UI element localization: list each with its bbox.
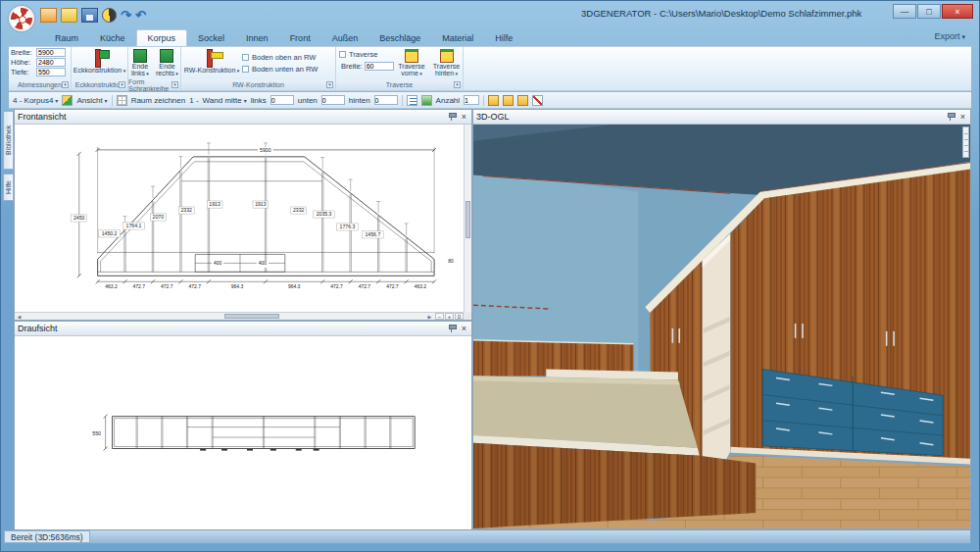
dim-label: 550 xyxy=(92,430,101,436)
apply-icon[interactable] xyxy=(421,95,432,106)
zoom-reset-button[interactable]: 0 xyxy=(455,313,464,320)
frontansicht-canvas[interactable]: 59002450400400463.2472.7472.7472.7964.39… xyxy=(15,125,464,313)
zoom-in-button[interactable]: + xyxy=(445,313,454,320)
group-abmessungen: Breite: Höhe: Tiefe: Abmessungen▾ xyxy=(9,47,72,90)
tiefe-label: Tiefe: xyxy=(11,68,34,76)
hoehe-label: Höhe: xyxy=(11,58,34,67)
links-input[interactable] xyxy=(270,95,294,105)
scrollbar-thumb[interactable] xyxy=(466,201,470,238)
list-icon[interactable] xyxy=(407,95,417,106)
new-window-icon[interactable] xyxy=(40,8,57,23)
traverse-breite-label: Breite: xyxy=(341,62,363,71)
cabinet-foot xyxy=(296,449,302,451)
sidebar-tab-bibliothek[interactable]: Bibliothek xyxy=(3,111,14,170)
boden-unten-checkbox-row[interactable]: Boden unten an RW xyxy=(242,65,318,74)
hinten-input[interactable] xyxy=(374,95,398,105)
traverse-breite-input[interactable] xyxy=(365,62,394,71)
three-d-header[interactable]: 3D-OGL × xyxy=(473,110,970,125)
group-label-abmessungen: Abmessungen▾ xyxy=(9,79,71,90)
dim-label: 2035.3 xyxy=(317,211,332,217)
pin-icon[interactable] xyxy=(448,325,456,333)
theme-icon[interactable] xyxy=(102,8,117,23)
close-button[interactable]: × xyxy=(942,4,973,19)
boden-oben-checkbox-row[interactable]: Boden oben an RW xyxy=(242,53,318,62)
tiefe-input[interactable] xyxy=(36,68,66,76)
traverse-checkbox-row[interactable]: Traverse xyxy=(339,50,393,59)
copy-icon[interactable] xyxy=(503,95,514,106)
pin-icon[interactable] xyxy=(448,113,456,122)
front-horizontal-scrollbar[interactable]: ◀ ▶ − + 0 xyxy=(15,312,464,320)
unten-input[interactable] xyxy=(321,95,345,105)
tab-innen[interactable]: Innen xyxy=(235,30,279,46)
copy-left-icon[interactable] xyxy=(488,95,499,106)
export-button[interactable]: Export xyxy=(934,31,965,41)
copy-right-icon[interactable] xyxy=(517,95,528,106)
wand-select[interactable]: Wand mitte xyxy=(203,96,247,105)
frontansicht-panel: Frontansicht × 59002450400400463.2472.74… xyxy=(14,109,472,321)
save-icon[interactable] xyxy=(81,8,98,23)
tab-beschlaege[interactable]: Beschläge xyxy=(368,30,431,46)
traverse-checkbox[interactable] xyxy=(339,51,346,58)
traverse-hinten-icon xyxy=(440,49,454,63)
pin-icon[interactable] xyxy=(947,113,955,122)
maximize-button[interactable]: □ xyxy=(917,4,941,19)
tab-sockel[interactable]: Sockel xyxy=(187,30,235,46)
collapsed-panel-grip[interactable] xyxy=(962,126,969,158)
tab-raum[interactable]: Raum xyxy=(44,30,89,46)
drawing-outline xyxy=(113,417,416,449)
open-folder-icon[interactable] xyxy=(61,8,77,23)
front-vertical-scrollbar[interactable] xyxy=(464,125,471,312)
ende-links-button[interactable]: Ende links xyxy=(128,47,152,77)
scroll-left-icon[interactable]: ◀ xyxy=(15,314,24,320)
hoehe-input[interactable] xyxy=(36,58,66,67)
dim-label: 463.2 xyxy=(105,284,118,289)
scroll-right-icon[interactable]: ▶ xyxy=(425,314,434,320)
tab-aussen[interactable]: Außen xyxy=(321,30,369,46)
dim-label: 80 xyxy=(448,259,454,264)
quick-access-toolbar: ↷ ↶ xyxy=(40,8,146,23)
dialog-launcher-icon[interactable]: ▾ xyxy=(62,81,69,88)
eckkonstruktion-button[interactable]: Eckkonstruktion xyxy=(72,47,127,75)
dim-label: 1776.3 xyxy=(340,224,356,229)
ansicht-dropdown[interactable]: Ansicht xyxy=(76,96,107,105)
dialog-launcher-icon[interactable]: ▾ xyxy=(326,81,333,88)
zoom-out-button[interactable]: − xyxy=(435,313,444,320)
cabinet-foot xyxy=(221,449,227,451)
frontansicht-header[interactable]: Frontansicht × xyxy=(15,110,471,125)
dialog-launcher-icon[interactable]: ▾ xyxy=(119,81,125,88)
dialog-launcher-icon[interactable]: ▾ xyxy=(172,81,178,88)
redo-icon[interactable]: ↷ xyxy=(121,9,131,22)
ende-rechts-icon xyxy=(160,49,173,63)
tab-korpus[interactable]: Korpus xyxy=(136,29,188,46)
boden-oben-checkbox[interactable] xyxy=(242,54,249,61)
tab-material[interactable]: Material xyxy=(431,30,484,46)
boden-unten-checkbox[interactable] xyxy=(242,66,249,73)
three-d-title: 3D-OGL xyxy=(476,112,510,122)
korpus-select[interactable]: 4 - Korpus4 xyxy=(13,96,58,105)
three-d-canvas[interactable] xyxy=(473,125,970,528)
minimize-button[interactable]: — xyxy=(893,4,916,19)
dim-label: 1913 xyxy=(209,201,220,207)
door-handle xyxy=(893,331,895,346)
eckkonstruktion-icon xyxy=(92,49,108,67)
close-panel-icon[interactable]: × xyxy=(460,325,468,333)
breite-input[interactable] xyxy=(36,48,66,57)
app-logo-button[interactable] xyxy=(9,6,34,31)
sidebar-tab-hilfe[interactable]: Hilfe xyxy=(3,174,14,201)
tab-kueche[interactable]: Küche xyxy=(89,30,136,46)
traverse-vorne-button[interactable]: Traverse vorne xyxy=(396,47,427,77)
scrollbar-thumb[interactable] xyxy=(224,314,279,319)
draufsicht-header[interactable]: Draufsicht × xyxy=(15,322,471,336)
ende-rechts-button[interactable]: Ende rechts xyxy=(154,47,180,77)
edit-pencil-icon[interactable] xyxy=(532,95,543,106)
raum-zeichnen-button[interactable]: Raum zeichnen xyxy=(131,96,186,105)
draufsicht-canvas[interactable]: 550 xyxy=(15,336,471,531)
close-panel-icon[interactable]: × xyxy=(460,113,468,122)
undo-icon[interactable]: ↶ xyxy=(135,9,146,22)
anzahl-input[interactable] xyxy=(464,95,479,105)
close-panel-icon[interactable]: × xyxy=(958,113,967,122)
tab-hilfe[interactable]: Hilfe xyxy=(484,30,523,46)
tab-front[interactable]: Front xyxy=(279,30,321,46)
traverse-hinten-button[interactable]: Traverse hinten xyxy=(430,47,463,77)
rw-konstruktion-button[interactable]: RW-Konstruktion xyxy=(181,47,242,76)
